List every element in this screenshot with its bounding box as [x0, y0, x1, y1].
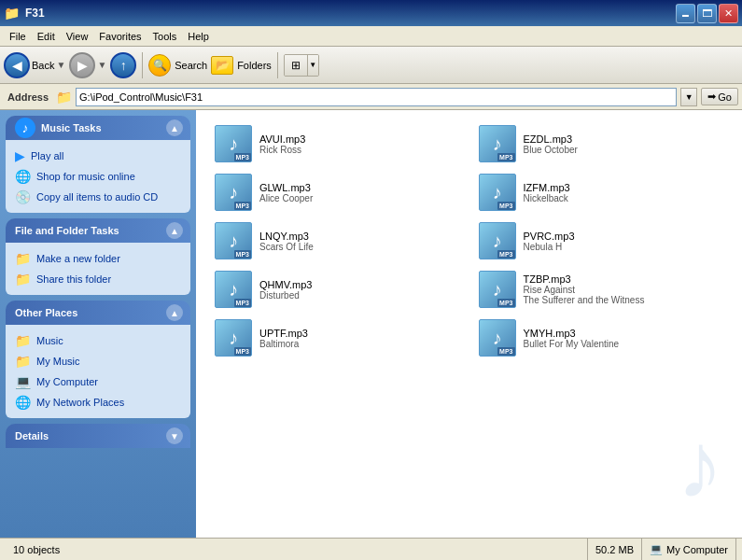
folders-button[interactable]: 📂 Folders [211, 56, 272, 75]
my-music-item[interactable]: 📁 My Music [9, 351, 187, 371]
details-toggle[interactable]: ▼ [166, 427, 183, 444]
file-name: UPTF.mp3 [259, 328, 460, 339]
back-button[interactable]: ◀ Back ▼ [4, 52, 65, 78]
file-item[interactable]: MP3 EZDL.mp3 Blue October [471, 121, 732, 166]
file-folder-tasks-section: File and Folder Tasks ▲ 📁 Make a new fol… [6, 218, 190, 295]
file-artist: Rick Ross [259, 145, 460, 155]
search-label: Search [175, 60, 207, 71]
music-tasks-toggle[interactable]: ▲ [166, 119, 183, 136]
file-name: YMYH.mp3 [524, 328, 724, 339]
file-item[interactable]: MP3 QHMV.mp3 Disturbed [207, 267, 468, 312]
file-info: TZBP.mp3 Rise AgainstThe Sufferer and th… [524, 273, 724, 305]
mp3-badge: MP3 [234, 202, 251, 210]
menu-bar: File Edit View Favorites Tools Help [0, 26, 742, 47]
new-folder-label: Make a new folder [36, 253, 120, 264]
mp3-icon: MP3 [215, 222, 252, 259]
music-place-item[interactable]: 📁 Music [9, 330, 187, 351]
file-info: PVRC.mp3 Nebula H [524, 231, 724, 252]
file-info: EZDL.mp3 Blue October [524, 133, 724, 155]
view-button[interactable]: ⊞ ▼ [284, 54, 319, 77]
status-computer: 💻 My Computer [642, 539, 736, 560]
view-dropdown-arrow[interactable]: ▼ [307, 55, 318, 76]
shop-music-item[interactable]: 🌐 Shop for music online [9, 166, 187, 187]
status-size: 50.2 MB [588, 539, 642, 560]
mp3-badge: MP3 [234, 250, 251, 259]
new-folder-icon: 📁 [15, 251, 31, 266]
files-grid: MP3 AVUI.mp3 Rick Ross MP3 EZDL.mp3 Blue… [203, 118, 735, 364]
file-artist: Nebula H [524, 242, 724, 252]
forward-circle[interactable]: ▶ [69, 52, 95, 78]
file-folder-tasks-toggle[interactable]: ▲ [166, 222, 183, 239]
menu-tools[interactable]: Tools [147, 29, 183, 44]
play-all-item[interactable]: ▶ Play all [9, 146, 187, 166]
details-header[interactable]: Details ▼ [6, 424, 190, 448]
my-music-label: My Music [36, 356, 79, 367]
file-info: IZFM.mp3 Nickelback [524, 182, 724, 203]
other-places-toggle[interactable]: ▲ [166, 304, 183, 321]
file-item[interactable]: MP3 UPTF.mp3 Baltimora [207, 315, 468, 360]
file-name: AVUI.mp3 [259, 133, 460, 145]
mp3-badge: MP3 [497, 299, 514, 307]
music-place-icon: 📁 [15, 333, 31, 348]
forward-dropdown-arrow[interactable]: ▼ [97, 60, 106, 70]
minimize-button[interactable]: 🗕 [676, 4, 695, 23]
mp3-icon-img: MP3 [479, 125, 516, 162]
mp3-icon-img: MP3 [479, 319, 516, 357]
address-input[interactable] [79, 91, 673, 103]
menu-favorites[interactable]: Favorites [93, 29, 147, 44]
mp3-icon: MP3 [215, 125, 252, 162]
my-computer-item[interactable]: 💻 My Computer [9, 371, 187, 392]
music-tasks-body: ▶ Play all 🌐 Shop for music online 💿 Cop… [6, 140, 190, 213]
new-folder-item[interactable]: 📁 Make a new folder [9, 248, 187, 269]
go-button[interactable]: ➡ Go [701, 88, 738, 105]
share-folder-item[interactable]: 📁 Share this folder [9, 269, 187, 289]
file-item[interactable]: MP3 YMYH.mp3 Bullet For My Valentine [471, 315, 732, 360]
menu-view[interactable]: View [61, 29, 94, 44]
file-item[interactable]: MP3 IZFM.mp3 Nickelback [471, 170, 732, 215]
maximize-button[interactable]: 🗖 [697, 4, 717, 23]
menu-file[interactable]: File [4, 29, 32, 44]
other-places-header[interactable]: Other Places ▲ [6, 301, 190, 325]
file-info: UPTF.mp3 Baltimora [259, 328, 460, 349]
mp3-icon-img: MP3 [215, 319, 252, 357]
music-tasks-title: Music Tasks [41, 122, 102, 133]
mp3-icon: MP3 [215, 271, 252, 308]
mp3-badge: MP3 [497, 250, 514, 259]
file-item[interactable]: MP3 TZBP.mp3 Rise AgainstThe Sufferer an… [471, 267, 732, 312]
address-bar: Address 📁 ▼ ➡ Go [0, 84, 742, 110]
my-network-label: My Network Places [36, 397, 124, 408]
file-item[interactable]: MP3 AVUI.mp3 Rick Ross [207, 121, 468, 166]
close-button[interactable]: ✕ [719, 4, 738, 23]
other-places-section: Other Places ▲ 📁 Music 📁 My Music 💻 My C… [6, 301, 190, 418]
up-circle[interactable]: ↑ [110, 52, 136, 78]
menu-edit[interactable]: Edit [32, 29, 61, 44]
up-button[interactable]: ↑ [110, 52, 136, 78]
mp3-icon: MP3 [215, 174, 252, 211]
my-music-icon: 📁 [15, 354, 31, 369]
menu-help[interactable]: Help [182, 29, 215, 44]
file-name: PVRC.mp3 [524, 231, 724, 242]
file-name: IZFM.mp3 [524, 182, 724, 193]
share-folder-label: Share this folder [36, 273, 111, 285]
toolbar-sep-2 [277, 52, 278, 78]
back-label: Back [32, 60, 54, 71]
back-circle[interactable]: ◀ [4, 52, 30, 78]
music-tasks-header[interactable]: ♪ Music Tasks ▲ [6, 116, 190, 140]
search-button[interactable]: 🔍 Search [148, 54, 207, 77]
address-dropdown-button[interactable]: ▼ [680, 88, 697, 106]
file-item[interactable]: MP3 PVRC.mp3 Nebula H [471, 218, 732, 263]
computer-icon: 💻 [650, 543, 663, 555]
details-section: Details ▼ [6, 424, 190, 448]
my-network-item[interactable]: 🌐 My Network Places [9, 392, 187, 413]
back-dropdown-arrow[interactable]: ▼ [56, 60, 65, 70]
forward-button[interactable]: ▶ ▼ [69, 52, 106, 78]
file-folder-tasks-header[interactable]: File and Folder Tasks ▲ [6, 218, 190, 243]
content-area: MP3 AVUI.mp3 Rick Ross MP3 EZDL.mp3 Blue… [196, 110, 742, 538]
my-computer-label: My Computer [36, 376, 98, 387]
file-item[interactable]: MP3 GLWL.mp3 Alice Cooper [207, 170, 468, 215]
copy-cd-item[interactable]: 💿 Copy all items to audio CD [9, 187, 187, 207]
file-item[interactable]: MP3 LNQY.mp3 Scars Of Life [207, 218, 468, 263]
title-bar-buttons: 🗕 🗖 ✕ [676, 4, 738, 23]
file-name: EZDL.mp3 [524, 133, 724, 145]
mp3-icon-img: MP3 [479, 222, 516, 259]
